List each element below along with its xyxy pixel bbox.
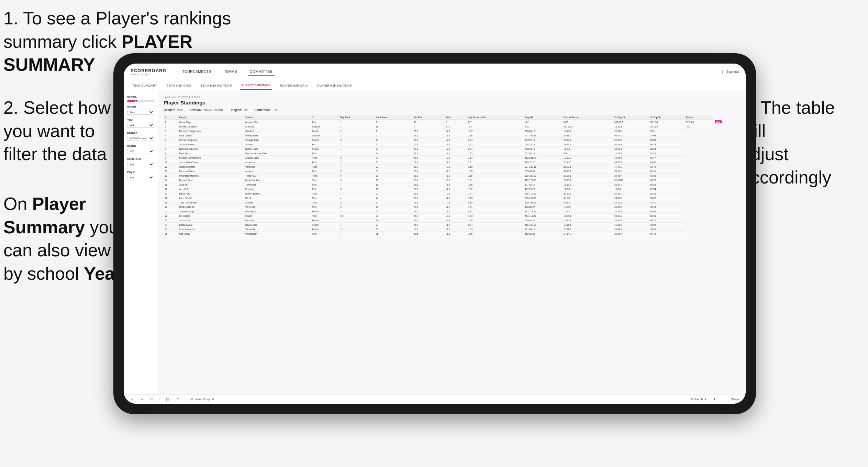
toolbar-reset[interactable]: ↺ bbox=[148, 397, 155, 402]
table-row[interactable]: 9Preston SummerhaysArizona StateThird324… bbox=[164, 156, 740, 160]
table-cell: 3 bbox=[339, 160, 375, 165]
table-row[interactable]: 26Petr HrubyWashingtonFifth72568.6-1.81.… bbox=[164, 232, 740, 236]
table-row[interactable]: 1Wenyi DingArizona StateFirst1115167.1-3… bbox=[164, 120, 740, 124]
logo-sub: Powered by clippi bbox=[131, 73, 166, 76]
toolbar-view[interactable]: 👁 View: Original bbox=[190, 398, 214, 401]
table-cell: Vanderbilt bbox=[244, 165, 311, 169]
subnav-player-h2h-heatmap[interactable]: PLAYER H2H HEATMAP bbox=[316, 82, 353, 89]
table-row[interactable]: 4Luke ClantonFlorida StateSecond12768.2-… bbox=[164, 133, 740, 138]
toolbar-clock[interactable]: ⏱ bbox=[175, 397, 181, 402]
table-cell: 68.4 bbox=[412, 169, 445, 174]
nav-item-tournaments[interactable]: TOURNAMENTS bbox=[180, 68, 213, 76]
table-row[interactable]: 16Alex GoffKentuckyFifth81968.3-1.71.924… bbox=[164, 187, 740, 191]
table-row[interactable]: 24Bastien AmatNew MexicoFourth12769.4-1.… bbox=[164, 223, 740, 227]
table-row[interactable]: 12Brendan ValdesAuburnFifth53768.4-1.11.… bbox=[164, 169, 740, 174]
table-cell: 533-57-16 bbox=[523, 138, 562, 142]
table-cell: Stanford bbox=[244, 129, 311, 133]
region-filter-value: All bbox=[244, 108, 247, 112]
table-row[interactable]: 6Jackson KoivunAuburnFirst12767.3-2.02.7… bbox=[164, 142, 740, 147]
table-cell: 514-111-52 bbox=[523, 214, 562, 218]
table-cell: 1 bbox=[339, 133, 375, 138]
table-cell: 448-85-27 bbox=[523, 205, 562, 209]
table-cell: 15 bbox=[412, 120, 445, 124]
player-select[interactable]: (All) bbox=[127, 175, 154, 180]
table-cell: -1.2 bbox=[445, 205, 467, 209]
table-cell: 21 bbox=[375, 165, 413, 169]
table-cell: Vanderbilt bbox=[244, 227, 311, 232]
table-cell: Arizona bbox=[244, 200, 311, 205]
subnav-team-summary[interactable]: TEAM SUMMARY bbox=[131, 82, 158, 89]
no-rds-slider[interactable] bbox=[127, 100, 155, 102]
table-cell: 19 bbox=[164, 200, 178, 205]
toolbar-redo[interactable]: → bbox=[138, 397, 145, 402]
subnav-player-summary[interactable]: PLAYER SUMMARY bbox=[240, 81, 272, 90]
table-row[interactable]: 15Jake HallTennesseeFifth71868.5-1.51.66… bbox=[164, 182, 740, 187]
table-row[interactable]: 7Nicholas GabrelcikNorth FloridaFourth12… bbox=[164, 147, 740, 151]
table-cell: 24 bbox=[375, 218, 413, 223]
filter-conference: Conference: All bbox=[254, 108, 277, 112]
nav-item-committee[interactable]: COMMITTEE bbox=[248, 68, 275, 76]
table-cell: Third bbox=[311, 214, 339, 218]
table-row[interactable]: 14Maxwell FordNorth CarolinaThird32369.1… bbox=[164, 178, 740, 182]
table-cell: 69.0 bbox=[412, 156, 445, 160]
table-row[interactable]: 18Luke PowellUCLAFirst42469.1-1.81.13500… bbox=[164, 196, 740, 200]
table-row[interactable]: 3Michael ThorbjornsenStanfordFourth2168.… bbox=[164, 129, 740, 133]
toolbar-watch[interactable]: 👁 Watch ▼ bbox=[689, 397, 709, 402]
year-select[interactable]: (All) bbox=[127, 123, 154, 128]
subnav-team-h2h-grid[interactable]: TEAM H2H GRID bbox=[165, 82, 192, 89]
table-cell: 440-26-6 bbox=[562, 124, 613, 129]
table-row[interactable]: 25Cole SherwoodVanderbiltFourth122369.3-… bbox=[164, 227, 740, 232]
table-cell: Georgia Tech bbox=[244, 138, 311, 142]
table-cell: -0.8 bbox=[445, 200, 467, 205]
toolbar-grid[interactable]: ☷ bbox=[720, 397, 726, 402]
table-cell: 10-10-2 bbox=[562, 129, 613, 133]
table-cell: 12-18-3 bbox=[613, 151, 649, 156]
toolbar-download[interactable]: ⬇ bbox=[711, 397, 717, 402]
table-cell: Auburn bbox=[244, 142, 311, 147]
table-cell: 21-42-8 bbox=[613, 209, 649, 214]
table-cell: Third bbox=[311, 200, 339, 205]
table-cell: 1.47 bbox=[467, 129, 523, 133]
table-cell: 26-27-2 bbox=[613, 218, 649, 223]
division-select[interactable]: NCAA Division I bbox=[127, 136, 154, 141]
table-row[interactable]: 20Matthew RiedelVanderbiltFifth92368.6-1… bbox=[164, 205, 740, 209]
gender-select[interactable]: Men bbox=[127, 110, 154, 115]
conference-select[interactable]: (All) bbox=[127, 162, 154, 167]
table-row[interactable]: 21Taehoon SongWashingtonFourth42369.2-1.… bbox=[164, 209, 740, 214]
table-row[interactable]: 10Jacob Skov OlesenArkansasFifth32368.4-… bbox=[164, 160, 740, 165]
table-cell: 24-45-1 bbox=[613, 200, 649, 205]
region-select[interactable]: N/A bbox=[127, 149, 154, 154]
table-cell: 1.98 bbox=[467, 133, 523, 138]
nav-item-teams[interactable]: TEAMS bbox=[222, 68, 239, 76]
toolbar-share[interactable]: Share bbox=[729, 397, 741, 402]
table-row[interactable]: 5Christo LamprechtGeorgia TechFourth2216… bbox=[164, 138, 740, 142]
table-cell: 17 bbox=[164, 191, 178, 196]
table-cell: Fifth bbox=[311, 160, 339, 165]
table-cell: -1.1 bbox=[445, 169, 467, 174]
table-cell: 11 bbox=[164, 165, 178, 169]
table-row[interactable]: 23Jack LundinMissouriFourth112468.6-2.31… bbox=[164, 218, 740, 223]
table-cell: 0.96 bbox=[467, 200, 523, 205]
table-cell: 14-3-3 bbox=[562, 147, 613, 151]
table-cell: 10 bbox=[164, 160, 178, 165]
table-row[interactable]: 13Phichaksn MaichonTexas A&MThird63069.0… bbox=[164, 174, 740, 178]
sidebar-gender-section: Gender Men bbox=[127, 105, 154, 115]
sign-out-link[interactable]: Sign out bbox=[726, 70, 739, 74]
subnav-player-h2h-grid[interactable]: PLAYER H2H GRID bbox=[279, 82, 309, 89]
subnav-team-h2h-heatmap[interactable]: TEAM H2H HEATMAP bbox=[199, 82, 233, 89]
table-cell: 412-221-24 bbox=[523, 156, 562, 160]
table-row[interactable]: 8Mats EgeEast Tennessee StateFifth12468.… bbox=[164, 151, 740, 156]
nav-separator: | bbox=[722, 70, 723, 74]
table-row[interactable]: 19Tiger ChristensenArizonaThird52369.2-0… bbox=[164, 200, 740, 205]
table-row[interactable]: 17David FordNorth CarolinaThird42169.0-0… bbox=[164, 191, 740, 196]
table-row[interactable]: 2Michael Le SassoOle MissSecond118067.1-… bbox=[164, 124, 740, 129]
toolbar-copy[interactable]: 📋 bbox=[164, 397, 171, 402]
update-time: Update time: 27/03/2024 16:56:26 bbox=[164, 96, 740, 98]
table-cell: 4 bbox=[164, 133, 178, 138]
table-row[interactable]: 22Ian GilliganFloridaThird102468.7-0.81.… bbox=[164, 214, 740, 218]
col-rank: # bbox=[164, 115, 178, 120]
sidebar-region-section: Region N/A bbox=[127, 144, 154, 154]
toolbar-undo[interactable]: ← bbox=[129, 397, 135, 402]
table-cell: 26 bbox=[164, 232, 178, 236]
table-row[interactable]: 11Gordon SargentVanderbiltThird42168.7-0… bbox=[164, 165, 740, 169]
